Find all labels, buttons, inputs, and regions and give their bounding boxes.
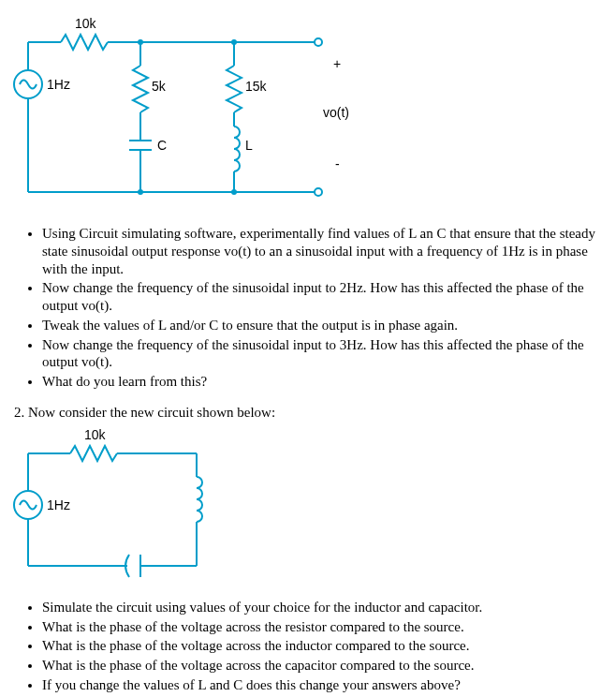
q1-item-3: Tweak the values of L and/or C to ensure… (42, 317, 607, 334)
question-2-list: Simulate the circuit using values of you… (14, 599, 607, 694)
svg-point-18 (315, 38, 322, 46)
source-freq-label: 1Hz (47, 77, 70, 92)
out-plus: + (333, 56, 341, 71)
q1-item-1: Using Circuit simulating software, exper… (42, 225, 607, 277)
cap-c-label: C (157, 138, 167, 153)
q2-item-5: If you change the values of L and C does… (42, 676, 607, 694)
svg-point-15 (231, 39, 237, 45)
resistor-10k-label-2: 10k (84, 427, 107, 442)
resistor-5k-label: 5k (152, 79, 167, 94)
q2-item-3: What is the phase of the voltage across … (42, 637, 607, 655)
svg-point-14 (138, 39, 143, 45)
resistor-15k-label: 15k (245, 79, 268, 94)
ind-l-label: L (245, 138, 253, 153)
circuit-diagram-2: 10k 1Hz (9, 425, 607, 585)
q1-item-4: Now change the frequency of the sinusoid… (42, 336, 607, 372)
source-freq-label-2: 1Hz (47, 497, 70, 512)
svg-point-17 (231, 189, 237, 195)
svg-point-19 (315, 188, 322, 196)
resistor-10k-label: 10k (75, 16, 97, 31)
q1-item-5: What do you learn from this? (42, 373, 607, 391)
question-2-intro: 2. Now consider the new circuit shown be… (14, 405, 607, 421)
q2-item-1: Simulate the circuit using values of you… (42, 599, 607, 616)
q1-item-2: Now change the frequency of the sinusoid… (42, 279, 607, 315)
circuit-diagram-1: 10k 1Hz 5k C 15k L + vo(t) - (9, 14, 607, 211)
q2-item-2: What is the phase of the voltage across … (42, 618, 607, 636)
svg-point-16 (138, 189, 143, 195)
q2-item-4: What is the phase of the voltage across … (42, 657, 607, 675)
question-1-list: Using Circuit simulating software, exper… (14, 225, 607, 391)
out-vo-label: vo(t) (323, 105, 349, 120)
out-minus: - (335, 156, 340, 171)
